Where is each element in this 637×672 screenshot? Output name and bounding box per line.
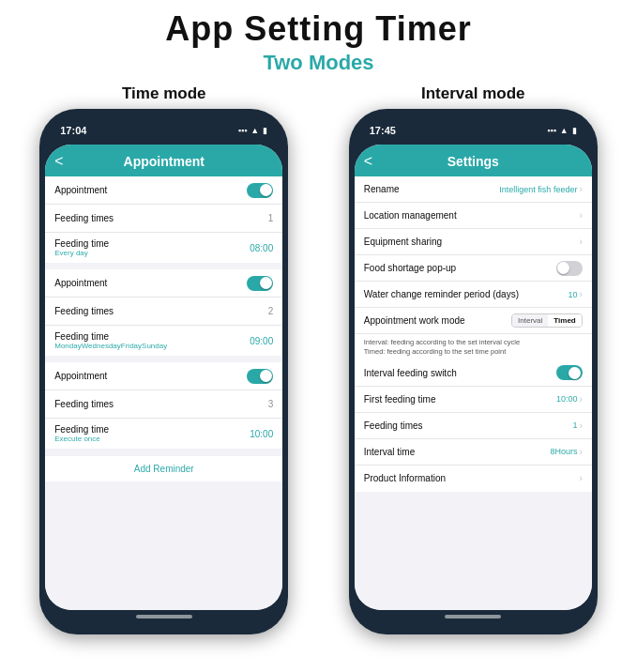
right-row-food: Food shortage pop-up xyxy=(355,255,592,282)
sharing-chevron: › xyxy=(579,237,582,247)
right-feeding-times-value: 1 xyxy=(572,420,577,430)
battery-icon: ▮ xyxy=(263,126,267,135)
right-screen: < Settings Rename Intelligent fish feede… xyxy=(355,145,592,610)
signal-icon: ▪▪▪ xyxy=(238,126,248,135)
right-row-sharing[interactable]: Equipment sharing › xyxy=(355,229,592,255)
feeding-times-label-2: Feeding times xyxy=(54,306,114,316)
interval-switch-label: Interval feeding switch xyxy=(364,368,457,378)
right-feeding-times-label: Feeding times xyxy=(364,420,423,431)
right-row-location[interactable]: Location management › xyxy=(355,203,592,229)
appt-label-2: Appointment xyxy=(54,278,107,288)
appt-toggle-1[interactable] xyxy=(247,183,273,198)
right-row-first-feeding[interactable]: First feeding time 10:00 › xyxy=(355,387,592,413)
page-container: App Setting Timer Two Modes Time mode 17… xyxy=(0,0,637,634)
interval-time-value: 8Hours xyxy=(550,447,577,456)
left-row-appt-1: Appointment xyxy=(45,176,282,205)
food-toggle-knob xyxy=(557,262,569,274)
right-section-main: Rename Intelligent fish feeder › Locatio… xyxy=(355,176,592,492)
interval-toggle[interactable] xyxy=(556,365,583,380)
right-header-title: Settings xyxy=(447,154,499,169)
location-label: Location management xyxy=(364,210,457,221)
sep-3 xyxy=(45,450,282,455)
left-section-2: Appointment Feeding times 2 Feeding time xyxy=(45,269,282,356)
feeding-times-label-3: Feeding times xyxy=(54,399,114,409)
right-row-interval-switch: Interval feeding switch xyxy=(355,360,592,387)
rename-value: Intelligent fish feeder xyxy=(499,185,577,194)
info-text: Interval: feeding according to the set i… xyxy=(355,334,592,360)
left-app-header: < Appointment xyxy=(45,145,282,176)
right-mode-label: Interval mode xyxy=(421,84,525,103)
location-chevron: › xyxy=(579,210,582,221)
left-row-feeding-times-1[interactable]: Feeding times 1 xyxy=(45,205,282,233)
right-bottom-bar xyxy=(355,610,592,623)
right-notch xyxy=(435,120,510,137)
left-row-feeding-time-1[interactable]: Feeding time Every day 08:00 xyxy=(45,233,282,263)
feeding-time-sublabel-3: Execute once xyxy=(54,435,109,443)
feeding-time-col-1: Feeding time Every day xyxy=(54,238,109,257)
work-mode-toggle-group[interactable]: Interval Timed xyxy=(511,313,583,328)
left-home-indicator xyxy=(136,615,192,619)
water-label: Water change reminder period (days) xyxy=(364,289,519,299)
feeding-time-col-2: Feeding time MondayWednesdayFridaySunday xyxy=(54,331,167,350)
right-row-product[interactable]: Product Information › xyxy=(355,466,592,492)
left-row-feeding-times-2[interactable]: Feeding times 2 xyxy=(45,298,282,326)
feeding-time-label-3: Feeding time xyxy=(54,424,109,435)
sharing-label: Equipment sharing xyxy=(364,237,442,247)
food-label: Food shortage pop-up xyxy=(364,263,456,273)
left-phone-col: Time mode 17:04 ▪▪▪ ▲ ▮ < Appointment xyxy=(39,84,288,634)
right-row-interval-time[interactable]: Interval time 8Hours › xyxy=(355,439,592,466)
left-mode-label: Time mode xyxy=(122,84,205,103)
feeding-times-value-1: 1 xyxy=(268,213,274,223)
left-row-appt-3: Appointment xyxy=(45,362,282,390)
left-row-appt-2: Appointment xyxy=(45,269,282,298)
work-mode-label: Appointment work mode xyxy=(364,315,465,326)
feeding-times-label-1: Feeding times xyxy=(54,213,114,223)
appt-toggle-2[interactable] xyxy=(247,276,273,291)
appt-label-1: Appointment xyxy=(54,185,107,195)
feeding-time-value-3: 10:00 xyxy=(250,429,273,439)
right-row-feeding-times[interactable]: Feeding times 1 › xyxy=(355,413,592,439)
right-settings-list: Rename Intelligent fish feeder › Locatio… xyxy=(355,176,592,610)
left-back-button[interactable]: < xyxy=(54,153,63,170)
r-wifi-icon: ▲ xyxy=(560,126,569,135)
left-status-icons: ▪▪▪ ▲ ▮ xyxy=(238,126,268,135)
appt-label-3: Appointment xyxy=(54,371,107,381)
left-settings-list: Appointment Feeding times 1 Feeding time xyxy=(45,176,282,610)
interval-toggle-knob xyxy=(569,367,581,379)
interval-mode-btn[interactable]: Interval xyxy=(512,314,548,327)
feeding-times-value-3: 3 xyxy=(268,399,274,409)
rename-chevron: › xyxy=(579,184,582,194)
appt-toggle-3[interactable] xyxy=(247,369,273,384)
water-value: 10 xyxy=(568,290,577,299)
r-signal-icon: ▪▪▪ xyxy=(547,126,556,135)
feeding-time-label-1: Feeding time xyxy=(54,238,109,249)
left-section-3: Appointment Feeding times 3 Feeding time xyxy=(45,362,282,449)
first-feeding-label: First feeding time xyxy=(364,394,436,405)
feeding-time-value-2: 09:00 xyxy=(250,336,273,346)
timed-mode-btn[interactable]: Timed xyxy=(548,314,581,327)
left-section-1: Appointment Feeding times 1 Feeding time xyxy=(45,176,282,263)
right-row-water[interactable]: Water change reminder period (days) 10 › xyxy=(355,282,592,308)
right-row-work-mode: Appointment work mode Interval Timed xyxy=(355,308,592,334)
toggle-knob-2 xyxy=(260,277,272,289)
right-home-indicator xyxy=(445,615,501,619)
left-row-feeding-time-2[interactable]: Feeding time MondayWednesdayFridaySunday… xyxy=(45,326,282,356)
food-toggle[interactable] xyxy=(556,261,583,276)
first-feeding-value: 10:00 xyxy=(556,394,578,404)
phones-row: Time mode 17:04 ▪▪▪ ▲ ▮ < Appointment xyxy=(0,75,637,634)
toggle-knob-1 xyxy=(260,184,272,196)
product-label: Product Information xyxy=(364,473,446,483)
interval-time-label: Interval time xyxy=(364,447,415,457)
right-back-button[interactable]: < xyxy=(364,153,372,170)
interval-time-chevron: › xyxy=(579,447,582,457)
right-time: 17:45 xyxy=(370,125,396,136)
right-phone-col: Interval mode 17:45 ▪▪▪ ▲ ▮ < Settings xyxy=(349,84,598,634)
toggle-knob-3 xyxy=(260,370,272,382)
subtitle: Two Modes xyxy=(0,51,637,75)
left-row-feeding-times-3[interactable]: Feeding times 3 xyxy=(45,390,282,419)
feeding-time-sublabel-1: Every day xyxy=(54,249,109,257)
right-row-rename[interactable]: Rename Intelligent fish feeder › xyxy=(355,176,592,203)
left-row-feeding-time-3[interactable]: Feeding time Execute once 10:00 xyxy=(45,419,282,449)
add-reminder-button[interactable]: Add Reminder xyxy=(45,456,282,481)
right-feeding-times-chevron: › xyxy=(579,420,582,431)
